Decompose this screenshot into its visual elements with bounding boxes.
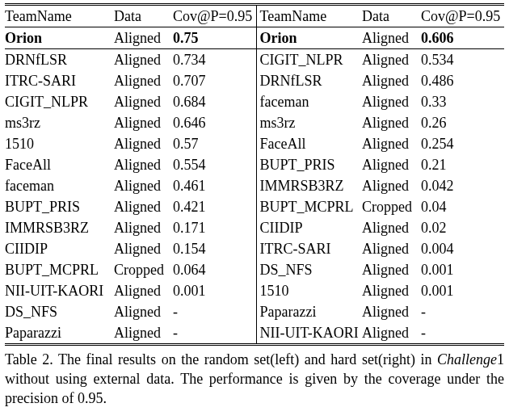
data-type: Aligned (362, 91, 421, 112)
team-name: BUPT_MCPRL (256, 196, 362, 217)
cov-value: 0.26 (421, 112, 504, 133)
cov-value: 0.171 (173, 217, 256, 238)
data-type: Aligned (114, 49, 173, 71)
data-type: Aligned (362, 175, 421, 196)
data-type: Aligned (114, 112, 173, 133)
cov-value: 0.154 (173, 238, 256, 259)
col-header: Cov@P=0.95 (421, 5, 504, 27)
cov-value: 0.734 (173, 49, 256, 71)
caption-math-num: 1 (497, 351, 504, 368)
col-header: TeamName (256, 5, 362, 27)
cov-value: 0.554 (173, 154, 256, 175)
data-type: Aligned (114, 238, 173, 259)
team-name: IMMRSB3RZ (256, 175, 362, 196)
data-type: Aligned (362, 154, 421, 175)
caption-text: . (103, 390, 107, 406)
data-type: Aligned (362, 259, 421, 280)
team-name: DS_NFS (256, 259, 362, 280)
team-name: 1510 (5, 133, 114, 154)
data-type: Aligned (362, 322, 421, 345)
data-type: Aligned (114, 70, 173, 91)
team-name: 1510 (256, 280, 362, 301)
team-name: CIGIT_NLPR (256, 49, 362, 71)
col-header: TeamName (5, 5, 114, 27)
cov-value: 0.75 (173, 27, 256, 49)
team-name: IMMRSB3RZ (5, 217, 114, 238)
cov-value: 0.646 (173, 112, 256, 133)
caption-precision: 0.95 (78, 390, 103, 406)
data-type: Aligned (362, 280, 421, 301)
team-name: Orion (5, 27, 114, 49)
team-name: NII-UIT-KAORI (5, 280, 114, 301)
cov-value: 0.02 (421, 217, 504, 238)
data-type: Aligned (362, 301, 421, 322)
cov-value: 0.254 (421, 133, 504, 154)
cov-value: 0.21 (421, 154, 504, 175)
data-type: Aligned (362, 217, 421, 238)
cov-value: 0.004 (421, 238, 504, 259)
cov-value: 0.33 (421, 91, 504, 112)
team-name: NII-UIT-KAORI (256, 322, 362, 345)
team-name: faceman (256, 91, 362, 112)
cov-value: 0.534 (421, 49, 504, 71)
data-type: Aligned (114, 217, 173, 238)
team-name: FaceAll (5, 154, 114, 175)
team-name: BUPT_PRIS (5, 196, 114, 217)
cov-value: 0.001 (173, 280, 256, 301)
team-name: Paparazzi (5, 322, 114, 345)
data-type: Cropped (362, 196, 421, 217)
caption-text: Table 2. The final results on the random… (5, 351, 437, 368)
team-name: Orion (256, 27, 362, 49)
cov-value: 0.486 (421, 70, 504, 91)
cov-value: - (173, 301, 256, 322)
team-name: ITRC-SARI (256, 238, 362, 259)
team-name: CIIDIP (256, 217, 362, 238)
team-name: Paparazzi (256, 301, 362, 322)
data-type: Aligned (114, 280, 173, 301)
team-name: BUPT_MCPRL (5, 259, 114, 280)
col-header: Data (114, 5, 173, 27)
data-type: Aligned (362, 112, 421, 133)
team-name: DS_NFS (5, 301, 114, 322)
team-name: ITRC-SARI (5, 70, 114, 91)
data-type: Aligned (362, 133, 421, 154)
cov-value: - (173, 322, 256, 345)
team-name: CIGIT_NLPR (5, 91, 114, 112)
cov-value: 0.707 (173, 70, 256, 91)
cov-value: 0.001 (421, 259, 504, 280)
team-name: CIIDIP (5, 238, 114, 259)
data-type: Aligned (362, 49, 421, 71)
cov-value: 0.421 (173, 196, 256, 217)
cov-value: 0.04 (421, 196, 504, 217)
data-type: Aligned (114, 154, 173, 175)
results-table: TeamNameDataCov@P=0.95TeamNameDataCov@P=… (5, 3, 504, 346)
team-name: DRNfLSR (5, 49, 114, 71)
cov-value: 0.064 (173, 259, 256, 280)
data-type: Aligned (362, 238, 421, 259)
data-type: Aligned (114, 27, 173, 49)
data-type: Aligned (362, 27, 421, 49)
cov-value: 0.042 (421, 175, 504, 196)
team-name: ms3rz (256, 112, 362, 133)
data-type: Aligned (114, 175, 173, 196)
cov-value: 0.606 (421, 27, 504, 49)
data-type: Aligned (114, 91, 173, 112)
cov-value: 0.001 (421, 280, 504, 301)
data-type: Aligned (362, 70, 421, 91)
team-name: FaceAll (256, 133, 362, 154)
cov-value: 0.684 (173, 91, 256, 112)
team-name: DRNfLSR (256, 70, 362, 91)
team-name: ms3rz (5, 112, 114, 133)
table-caption: Table 2. The final results on the random… (5, 351, 504, 408)
data-type: Aligned (114, 301, 173, 322)
cov-value: - (421, 301, 504, 322)
team-name: BUPT_PRIS (256, 154, 362, 175)
col-header: Data (362, 5, 421, 27)
cov-value: 0.57 (173, 133, 256, 154)
data-type: Cropped (114, 259, 173, 280)
cov-value: - (421, 322, 504, 345)
data-type: Aligned (114, 133, 173, 154)
cov-value: 0.461 (173, 175, 256, 196)
team-name: faceman (5, 175, 114, 196)
col-header: Cov@P=0.95 (173, 5, 256, 27)
